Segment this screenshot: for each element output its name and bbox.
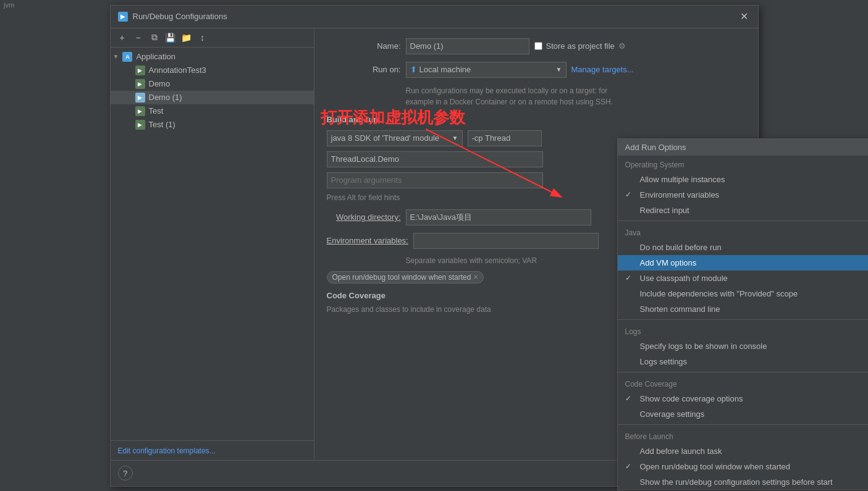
menu-item-allow-multiple[interactable]: Allow multiple instances Alt+U [618,172,869,187]
menu-section-coverage: Code Coverage [618,375,869,391]
expand-chevron: ▼ [113,53,119,60]
sidebar-item-demo1[interactable]: ▶ Demo (1) [111,91,314,104]
run-on-label: Run on: [327,65,401,74]
check-open-window-before: ✓ [625,462,635,471]
save-config-button[interactable]: 💾 [164,31,177,44]
redirect-input-label: Redirect input [640,206,689,215]
run-on-value: Local machine [419,65,471,74]
use-classpath-label: Use classpath of module [640,274,728,283]
dialog-title: ▶ Run/Debug Configurations [118,12,227,22]
config-icon-annotationtest3: ▶ [135,65,145,75]
config-icon-test1: ▶ [135,120,145,130]
menu-item-logs-settings[interactable]: Logs settings ▶ [618,354,869,369]
close-button[interactable]: ✕ [738,10,751,23]
config-icon-demo: ▶ [135,79,145,89]
logs-settings-label: Logs settings [640,357,688,366]
gear-icon[interactable]: ⚙ [618,41,626,51]
add-before-launch-label: Add before launch task [640,447,722,456]
sdk-dropdown-arrow: ▼ [452,135,458,141]
show-settings-label: Show the run/debug configuration setting… [640,477,833,487]
store-as-project-row: Store as project file ⚙ [534,41,626,51]
menu-section-java: Java [618,224,869,240]
check-env-vars: ✓ [625,190,635,199]
program-args-input[interactable] [327,172,543,188]
run-on-icon: ⬆ [410,65,417,74]
menu-item-add-before-launch[interactable]: Add before launch task [618,443,869,459]
sidebar-tree: ▼ A Application ▶ AnnotationTest3 ▶ Demo… [111,48,314,440]
sidebar: + − ⧉ 💾 📁 ↕ ▼ A Application ▶ Annotation… [111,28,314,460]
open-window-label: Open run/debug tool window when started [332,273,471,282]
name-input[interactable] [406,38,529,54]
annotationtest3-label: AnnotationTest3 [149,65,206,75]
dialog-title-text: Run/Debug Configurations [133,12,227,21]
manage-targets-link[interactable]: Manage targets... [571,65,634,74]
folder-config-button[interactable]: 📁 [180,31,193,44]
menu-item-open-window-before[interactable]: ✓ Open run/debug tool window when starte… [618,459,869,474]
config-icon-test: ▶ [135,106,145,116]
menu-item-show-settings[interactable]: Show the run/debug configuration setting… [618,474,869,490]
sidebar-item-test1[interactable]: ▶ Test (1) [111,118,314,132]
env-vars-label: Environment variables: [327,236,408,245]
env-vars-menu-label: Environment variables [640,190,720,199]
include-deps-label: Include dependencies with "Provided" sco… [640,289,798,298]
check-show-coverage: ✓ [625,394,635,403]
open-window-before-label: Open run/debug tool window when started [640,462,791,471]
menu-item-add-vm[interactable]: Add VM options Alt+V [618,255,869,271]
store-as-project-label: Store as project file [546,41,615,51]
menu-item-shorten[interactable]: Shorten command line [618,301,869,317]
env-vars-input[interactable] [413,233,599,249]
working-dir-label: Working directory: [327,212,401,222]
application-icon: A [122,52,132,62]
remove-config-button[interactable]: − [132,31,145,44]
working-dir-input[interactable] [406,209,591,225]
menu-section-logs: Logs [618,322,869,338]
menu-item-redirect-input[interactable]: Redirect input [618,203,869,218]
edit-templates-link[interactable]: Edit configuration templates... [118,447,216,455]
build-run-title: Build and run [327,115,746,124]
menu-item-include-deps[interactable]: Include dependencies with "Provided" sco… [618,286,869,301]
config-icon-demo1: ▶ [135,93,145,103]
menu-item-use-classpath[interactable]: ✓ Use classpath of module Alt+O [618,271,869,286]
coverage-settings-label: Coverage settings [640,409,705,419]
sort-config-button[interactable]: ↕ [196,31,209,44]
sidebar-item-annotationtest3[interactable]: ▶ AnnotationTest3 [111,64,314,77]
test-label: Test [149,106,164,115]
menu-item-coverage-settings[interactable]: Coverage settings ▶ [618,406,869,422]
run-debug-dialog: ▶ Run/Debug Configurations ✕ + − ⧉ 💾 📁 ↕… [110,5,759,487]
add-config-button[interactable]: + [116,31,129,44]
sidebar-item-application[interactable]: ▼ A Application [111,50,314,64]
menu-item-env-vars[interactable]: ✓ Environment variables [618,187,869,203]
name-label: Name: [327,41,401,51]
dialog-icon: ▶ [118,12,128,22]
menu-section-before-launch: Before Launch [618,427,869,443]
dropdown-arrow: ▼ [556,66,562,73]
specify-logs-label: Specify logs to be shown in console [640,342,767,351]
menu-item-no-build[interactable]: Do not build before run [618,240,869,255]
name-row: Name: Store as project file ⚙ [327,38,746,54]
dialog-titlebar: ▶ Run/Debug Configurations ✕ [111,6,758,28]
copy-config-button[interactable]: ⧉ [148,31,161,44]
menu-item-specify-logs[interactable]: Specify logs to be shown in console [618,338,869,354]
help-button[interactable]: ? [118,466,133,481]
run-on-info: Run configurations may be executed local… [406,85,746,107]
store-as-project-checkbox[interactable] [534,42,542,50]
classpath-label: -cp Thread [472,133,511,143]
menu-item-show-coverage[interactable]: ✓ Show code coverage options [618,391,869,406]
demo-label: Demo [149,79,171,88]
main-class-input[interactable] [327,151,543,167]
classpath-dropdown[interactable]: -cp Thread [468,130,542,146]
sdk-label: java 8 SDK of 'Thread' module [331,133,440,143]
run-on-dropdown[interactable]: ⬆ Local machine ▼ [406,62,567,78]
sidebar-item-test[interactable]: ▶ Test [111,104,314,118]
sidebar-item-demo[interactable]: ▶ Demo [111,77,314,91]
open-window-tag: Open run/debug tool window when started … [327,271,484,283]
add-run-options-menu: Add Run Options Operating System Allow m… [617,138,869,490]
test1-label: Test (1) [149,120,175,129]
application-label: Application [136,52,175,61]
menu-header: Add Run Options [618,139,869,156]
sidebar-toolbar: + − ⧉ 💾 📁 ↕ [111,28,314,48]
tag-close-button[interactable]: ✕ [473,274,478,280]
sdk-dropdown[interactable]: java 8 SDK of 'Thread' module ▼ [327,130,463,146]
allow-multiple-label: Allow multiple instances [640,175,725,184]
jvm-label: jvm [0,0,18,10]
